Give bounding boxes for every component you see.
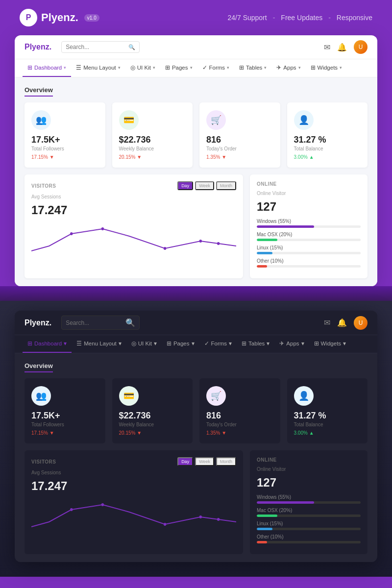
- orders-label: Today's Order: [206, 146, 273, 151]
- filter-month[interactable]: Month: [216, 181, 236, 190]
- menu-forms-label: Forms: [209, 65, 225, 71]
- dark-menu-layout[interactable]: ☰ Menu Layout ▾: [72, 335, 126, 353]
- balance-icon: 💳: [123, 115, 134, 125]
- avatar[interactable]: U: [354, 40, 368, 54]
- menu-widgets[interactable]: ⊞ Widgets ▾: [306, 59, 347, 77]
- balance-value: $22.736: [119, 135, 186, 145]
- dark-progress-linux: Linux (15%): [257, 521, 361, 530]
- orders-icon-wrap: 🛒: [206, 110, 226, 130]
- dark-balance-icon-wrap: 💳: [119, 386, 139, 406]
- dark-menu-forms[interactable]: ✓ Forms ▾: [199, 335, 237, 353]
- navbar-right: ✉ 🔔 U: [324, 40, 368, 54]
- filter-week[interactable]: Week: [195, 181, 214, 190]
- chevron-icon: ▾: [340, 65, 342, 70]
- svg-point-0: [70, 232, 73, 235]
- menu-dashboard[interactable]: ⊞ Dashboard ▾: [23, 59, 71, 77]
- dark-search-box[interactable]: 🔍: [61, 316, 140, 330]
- stat-total-balance: 👤 31.27 % Total Balance 3.00% ▲: [287, 102, 368, 168]
- light-navbar: Plyenz. 🔍 ✉ 🔔 U: [15, 35, 377, 59]
- dark-menubar: ⊞ Dashboard ▾ ☰ Menu Layout ▾ ◎ UI Kit ▾…: [15, 335, 377, 353]
- dashboard-icon: ⊞: [27, 64, 32, 71]
- online-visitor-label: Online Visitor: [257, 191, 361, 196]
- menu-forms[interactable]: ✓ Forms ▾: [197, 59, 235, 77]
- dark-total-balance-icon-wrap: 👤: [294, 386, 314, 406]
- dark-menu-dashboard[interactable]: ⊞ Dashboard ▾: [23, 335, 72, 353]
- dark-apps-icon: ✈: [279, 340, 284, 347]
- dark-total-balance-value: 31.27 %: [294, 411, 361, 421]
- mail-icon[interactable]: ✉: [324, 43, 330, 52]
- dark-bell-icon[interactable]: 🔔: [337, 318, 347, 327]
- dark-stats-grid: 👥 17.5K+ Total Followers 17.15% ▼ 💳 $22.…: [24, 378, 368, 443]
- dark-menu-pages[interactable]: ⊞ Pages ▾: [162, 335, 199, 353]
- dark-avatar[interactable]: U: [354, 316, 368, 330]
- followers-value: 17.5K+: [31, 135, 98, 145]
- dark-orders-change: 1.35% ▼: [206, 430, 273, 436]
- dark-followers-icon-wrap: 👥: [31, 386, 51, 406]
- chevron-icon: ▾: [153, 65, 155, 70]
- search-icon: 🔍: [128, 44, 135, 50]
- menu-pages[interactable]: ⊞ Pages ▾: [160, 59, 197, 77]
- dark-search-input[interactable]: [66, 319, 122, 326]
- search-input[interactable]: [66, 44, 125, 50]
- dark-balance-label: Weekly Balance: [119, 422, 186, 427]
- logo-area: P Plyenz. v1.0: [20, 9, 99, 26]
- stat-orders: 🛒 816 Today's Order 1.35% ▼: [199, 102, 280, 168]
- dark-visitors-title: VISITORS: [31, 459, 56, 465]
- svg-point-4: [217, 242, 220, 245]
- dark-online-card: ONLINE Online Visitor 127 Windows (55%) …: [250, 450, 368, 554]
- dark-menu-widgets-label: Widgets: [321, 341, 342, 346]
- online-card: ONLINE Online Visitor 127 Windows (55%) …: [250, 174, 368, 278]
- dark-menu-tables[interactable]: ⊞ Tables ▾: [237, 335, 274, 353]
- menu-tables-label: Tables: [246, 65, 262, 71]
- dark-online-count: 127: [257, 476, 361, 490]
- menu-layout[interactable]: ☰ Menu Layout ▾: [71, 59, 125, 77]
- orders-value: 816: [206, 135, 273, 145]
- dark-visitors-header: VISITORS Day Week Month: [31, 457, 236, 466]
- dark-filter-week[interactable]: Week: [195, 457, 214, 466]
- stat-balance: 💳 $22.736 Weekly Balance 20.15% ▼: [112, 102, 193, 168]
- dark-mail-icon[interactable]: ✉: [324, 318, 330, 327]
- light-content: Overview 👥 17.5K+ Total Followers 17.15%…: [15, 77, 377, 286]
- dark-menu-apps[interactable]: ✈ Apps ▾: [274, 335, 309, 353]
- progress-macosx: Mac OSX (20%): [257, 232, 361, 241]
- bell-icon[interactable]: 🔔: [337, 43, 347, 52]
- dark-visitors-chart: [31, 495, 236, 534]
- menu-tables[interactable]: ⊞ Tables ▾: [234, 59, 271, 77]
- layout-icon: ☰: [76, 64, 81, 71]
- dark-menu-uikit[interactable]: ◎ UI Kit ▾: [126, 335, 162, 353]
- dark-menu-widgets[interactable]: ⊞ Widgets ▾: [309, 335, 351, 353]
- total-balance-value: 31.27 %: [294, 135, 361, 145]
- balance-icon-wrap: 💳: [119, 110, 139, 130]
- balance-change: 20.15% ▼: [119, 154, 186, 160]
- menu-dashboard-label: Dashboard: [34, 65, 62, 71]
- dark-menu-dashboard-label: Dashboard: [34, 341, 62, 346]
- pages-icon: ⊞: [165, 64, 170, 71]
- progress-windows: Windows (55%): [257, 219, 361, 228]
- dark-progress-other: Other (10%): [257, 534, 361, 543]
- dark-menu-pages-label: Pages: [173, 341, 190, 346]
- dark-chevron-icon: ▾: [64, 340, 67, 347]
- dark-orders-label: Today's Order: [206, 422, 273, 427]
- filter-day[interactable]: Day: [177, 181, 193, 190]
- dark-other-label: Other (10%): [257, 534, 361, 539]
- menu-uikit[interactable]: ◎ UI Kit ▾: [125, 59, 160, 77]
- dark-tables-icon: ⊞: [242, 340, 246, 347]
- sep1: -: [273, 14, 275, 22]
- bottom-grid: VISITORS Day Week Month Avg Sessions 17.…: [24, 174, 368, 278]
- dark-stat-balance: 💳 $22.736 Weekly Balance 20.15% ▼: [112, 378, 193, 443]
- dark-filter-day[interactable]: Day: [177, 457, 193, 466]
- svg-point-5: [70, 508, 73, 511]
- menu-apps-label: Apps: [283, 65, 296, 71]
- logo-icon: P: [20, 9, 37, 26]
- updates-text: Free Updates: [281, 14, 322, 22]
- dark-macosx-label: Mac OSX (20%): [257, 508, 361, 513]
- followers-icon: 👥: [36, 115, 47, 125]
- dark-filter-month[interactable]: Month: [216, 457, 236, 466]
- light-brand: Plyenz.: [24, 43, 51, 51]
- dark-online-title: ONLINE: [257, 457, 277, 463]
- dark-windows-label: Windows (55%): [257, 494, 361, 500]
- menu-apps[interactable]: ✈ Apps ▾: [271, 59, 305, 77]
- windows-label: Windows (55%): [257, 219, 361, 224]
- dark-progress-macosx: Mac OSX (20%): [257, 508, 361, 517]
- light-search-box[interactable]: 🔍: [61, 41, 140, 53]
